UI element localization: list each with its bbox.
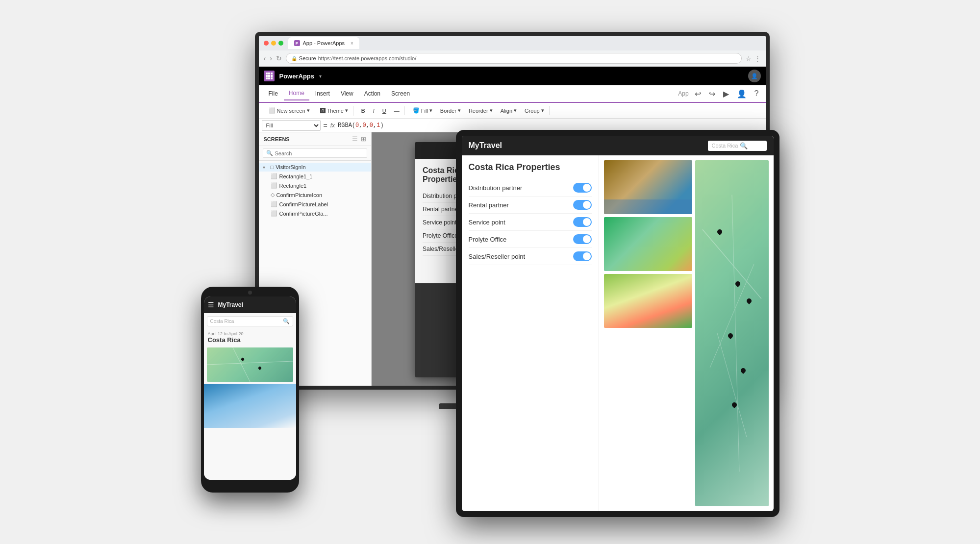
- new-screen-btn[interactable]: ⬜ New screen ▾: [266, 106, 313, 115]
- tablet-toggle-2[interactable]: [573, 217, 592, 227]
- tree-item-confirmpicturelabel[interactable]: ⬜ ConfirmPictureLabel: [259, 199, 371, 209]
- fill-btn[interactable]: 🪣 Fill ▾: [410, 106, 435, 115]
- tablet-map: [695, 160, 769, 506]
- tree-item-rect1[interactable]: ⬜ Rectangle1_1: [259, 172, 371, 181]
- browser-titlebar: P App - PowerApps ×: [259, 36, 766, 50]
- toggle-label-2: Service point: [423, 219, 456, 226]
- forward-btn[interactable]: ›: [270, 54, 272, 62]
- formula-value: RGBA(0,0,0,1): [338, 122, 384, 129]
- reorder-label: Reorder: [469, 108, 488, 114]
- menu-view[interactable]: View: [336, 87, 358, 100]
- group-btn[interactable]: Group ▾: [522, 106, 547, 115]
- search-wrap: 🔍: [263, 148, 367, 158]
- address-bar[interactable]: 🔒 Secure https://test.create.powerapps.c…: [286, 53, 742, 64]
- tablet-toggle-0[interactable]: [573, 183, 592, 193]
- minimize-window-btn[interactable]: [271, 41, 276, 46]
- tablet-toggle-row-4: Sales/Reseller point: [469, 248, 592, 265]
- tree-screen-icon: □: [271, 164, 274, 170]
- bookmark-icon[interactable]: ☆: [746, 55, 752, 62]
- tree-label-confirmpictureicon: ConfirmPictureIcon: [276, 192, 323, 198]
- tablet-toggle-label-2: Service point: [469, 219, 505, 226]
- waffle-icon[interactable]: [264, 71, 275, 81]
- browser-action-icons: ☆ ⋮: [746, 55, 761, 62]
- more-icon[interactable]: ⋮: [754, 55, 761, 62]
- italic-btn[interactable]: I: [370, 106, 377, 115]
- tablet-img-room: [604, 274, 692, 328]
- fill-icon: 🪣: [413, 107, 420, 114]
- browser-tab[interactable]: P App - PowerApps ×: [288, 37, 359, 49]
- phone-menu-icon[interactable]: ☰: [208, 301, 214, 309]
- new-screen-icon: ⬜: [269, 107, 276, 114]
- close-window-btn[interactable]: [264, 41, 269, 46]
- tree-rect2-icon: ⬜: [271, 182, 277, 189]
- phone-map: [207, 347, 293, 382]
- search-input[interactable]: [275, 150, 364, 156]
- tablet-img-house: [604, 217, 692, 271]
- tablet-right-panel: [599, 155, 774, 511]
- menu-action[interactable]: Action: [359, 87, 385, 100]
- refresh-btn[interactable]: ↻: [276, 54, 282, 62]
- tree-label-confirmpicturelabel: ConfirmPictureLabel: [279, 201, 328, 207]
- theme-btn[interactable]: 🅰 Theme ▾: [317, 106, 351, 115]
- user-icon[interactable]: 👤: [735, 88, 749, 99]
- menu-insert[interactable]: Insert: [310, 87, 335, 100]
- align-btn[interactable]: Align ▾: [498, 106, 520, 115]
- menu-screen[interactable]: Screen: [386, 87, 415, 100]
- border-label: Border: [440, 108, 456, 114]
- border-btn[interactable]: Border ▾: [437, 106, 464, 115]
- sidebar-search: 🔍: [259, 146, 371, 161]
- tablet-body: Costa Rica Properties Distribution partn…: [462, 155, 774, 511]
- tree-item-visitorsignin[interactable]: ▾ □ VisitorSignIn: [259, 163, 371, 172]
- tree-label-rect2: Rectangle1: [279, 183, 307, 189]
- italic-label: I: [373, 108, 375, 114]
- phone-title: MyTravel: [218, 301, 243, 308]
- tablet-toggle-1[interactable]: [573, 200, 592, 210]
- menu-file[interactable]: File: [264, 87, 283, 100]
- phone-location: Costa Rica: [208, 336, 292, 344]
- list-view-icon[interactable]: ☰: [352, 135, 358, 143]
- play-btn[interactable]: ▶: [721, 88, 731, 99]
- app-name: PowerApps: [279, 73, 315, 80]
- back-btn[interactable]: ‹: [264, 54, 266, 62]
- tablet-toggle-label-3: Prolyte Office: [469, 236, 507, 243]
- toolbar-screen-group: ⬜ New screen ▾ 🅰 Theme ▾: [264, 106, 353, 116]
- tablet-search-text: Costa Rica: [712, 143, 738, 148]
- tablet-toggle-row-1: Rental partner: [469, 197, 592, 214]
- tree-item-confirmpictureicon[interactable]: ◇ ConfirmPictureIcon: [259, 190, 371, 199]
- grid-view-icon[interactable]: ⊞: [361, 135, 366, 143]
- new-screen-chevron: ▾: [307, 107, 310, 114]
- menu-home[interactable]: Home: [284, 87, 309, 100]
- tablet-toggle-4[interactable]: [573, 251, 592, 261]
- tablet: MyTravel Costa Rica 🔍 Costa Rica Propert…: [456, 130, 779, 517]
- fill-label: Fill: [421, 108, 428, 114]
- tablet-toggle-3[interactable]: [573, 234, 592, 244]
- user-avatar[interactable]: 👤: [748, 70, 761, 82]
- underline-label: U: [382, 108, 386, 114]
- reorder-chevron: ▾: [490, 107, 493, 114]
- help-btn[interactable]: ?: [753, 88, 761, 99]
- tree-item-confirmpicturegla[interactable]: ⬜ ConfirmPictureGla...: [259, 209, 371, 218]
- tablet-section-title: Costa Rica Properties: [469, 162, 592, 173]
- map-roads-svg: [695, 160, 769, 506]
- sidebar-title: Screens: [264, 136, 290, 142]
- bold-btn[interactable]: B: [358, 106, 368, 115]
- strikethrough-btn[interactable]: —: [391, 106, 402, 115]
- toggle-label-3: Prolyte Office: [423, 232, 458, 239]
- align-chevron: ▾: [514, 107, 517, 114]
- reorder-btn[interactable]: Reorder ▾: [466, 106, 496, 115]
- redo-btn[interactable]: ↪: [707, 88, 717, 99]
- phone-search[interactable]: Costa Rica 🔍: [207, 316, 293, 326]
- tablet-search-bar[interactable]: Costa Rica 🔍: [708, 141, 767, 151]
- svg-line-1: [710, 264, 754, 368]
- tablet-toggle-row-3: Prolyte Office: [469, 231, 592, 248]
- phone-top-bar: ☰ MyTravel: [204, 297, 296, 313]
- tab-close-btn[interactable]: ×: [351, 41, 353, 46]
- search-icon: 🔍: [266, 150, 273, 156]
- underline-btn[interactable]: U: [379, 106, 389, 115]
- undo-btn[interactable]: ↩: [693, 88, 703, 99]
- tree-item-rect2[interactable]: ⬜ Rectangle1: [259, 181, 371, 190]
- maximize-window-btn[interactable]: [278, 41, 283, 46]
- url-text: https://test.create.powerapps.com/studio…: [318, 55, 417, 61]
- toolbar-color-group: 🪣 Fill ▾ Border ▾ Reorder ▾ Align ▾: [408, 106, 550, 115]
- formula-field-select[interactable]: Fill: [262, 120, 321, 131]
